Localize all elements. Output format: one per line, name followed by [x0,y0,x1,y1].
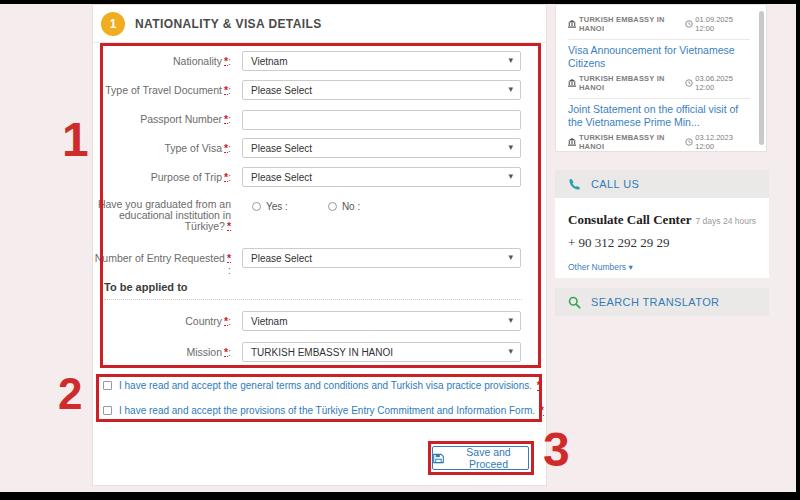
call-us-header[interactable]: CALL US [555,170,769,198]
save-icon [433,453,444,464]
announcement-item: Joint Statement on the official visit of… [568,99,750,152]
search-icon [568,296,581,309]
section-header: 1 NATIONALITY & VISA DETAILS [93,5,546,43]
embassy-building-icon [568,138,576,146]
clock-icon [685,20,693,28]
embassy-building-icon [568,79,576,87]
search-translator-label: SEARCH TRANSLATOR [591,296,719,308]
announcement-date: 03.12.2023 12:00 [695,133,750,151]
call-center-phone-number: + 90 312 292 29 29 [568,235,757,251]
bottom-black-bar [0,492,800,500]
chevron-down-icon: ▾ [628,262,632,272]
call-center-title: Consulate Call Center [568,212,692,227]
visa-form-panel: 1 NATIONALITY & VISA DETAILS Nationality… [92,4,547,486]
right-black-bar [796,0,800,500]
announcement-item: Visa Announcement for Vietnamese Citizen… [568,40,750,99]
search-translator-header[interactable]: SEARCH TRANSLATOR [555,288,769,316]
annotation-box-checkboxes [96,374,542,422]
announcement-source: TURKISH EMBASSY IN HANOI [579,133,685,151]
call-us-label: CALL US [591,178,639,190]
announcement-source: TURKISH EMBASSY IN HANOI [579,15,685,33]
announcement-date: 01.09.2025 12:00 [695,15,750,33]
clock-icon [685,79,693,87]
page-background: 1 2 3 1 NATIONALITY & VISA DETAILS Natio… [0,0,800,500]
annotation-number-2: 2 [58,372,82,416]
other-numbers-link[interactable]: Other Numbers ▾ [568,262,757,272]
save-button-label: Save and Proceed [449,446,528,470]
clock-icon [685,138,693,146]
announcements-panel: TURKISH EMBASSY IN HANOI 01.09.2025 12:0… [555,4,767,152]
annotation-number-3: 3 [543,426,570,474]
annotation-number-1: 1 [62,116,89,164]
announcement-link[interactable]: Joint Statement on the official visit of… [568,103,750,129]
phone-icon [568,178,581,191]
embassy-building-icon [568,20,576,28]
call-center-hours: 7 days 24 hours [696,216,756,226]
announcement-link[interactable]: Visa Announcement for Vietnamese Citizen… [568,44,750,70]
call-center-panel: Consulate Call Center 7 days 24 hours + … [555,198,769,278]
save-and-proceed-button[interactable]: Save and Proceed [432,446,529,470]
announcement-source: TURKISH EMBASSY IN HANOI [579,74,685,92]
top-black-bar [0,0,800,4]
announcement-item: TURKISH EMBASSY IN HANOI 01.09.2025 12:0… [568,11,750,40]
step-number-badge: 1 [101,12,125,36]
announcements-scrollbar[interactable] [759,11,764,145]
announcement-date: 03.06.2025 12:00 [695,74,750,92]
annotation-box-form [100,43,541,368]
section-title: NATIONALITY & VISA DETAILS [135,17,322,31]
